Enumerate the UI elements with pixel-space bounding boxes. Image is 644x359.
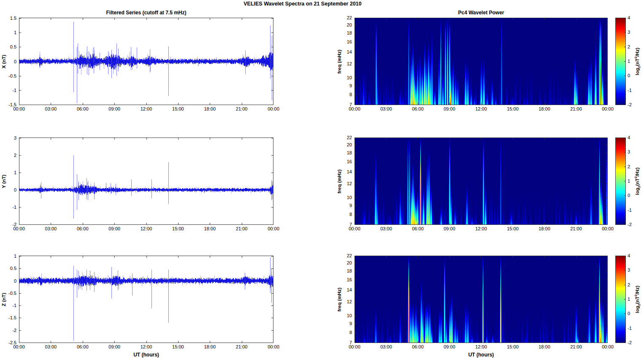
x-tick-label: 18:00	[538, 106, 550, 111]
x-tick-label: 00:00	[13, 226, 25, 231]
x-tick-label: 03:00	[380, 226, 392, 231]
x-tick-label: 00:00	[268, 226, 279, 231]
x-series-x-tick-labels: 00:0003:0006:0009:0012:0015:0018:0021:00…	[19, 106, 273, 112]
y-tick-label: 1	[0, 254, 16, 259]
x-tick-label: 09:00	[108, 106, 120, 111]
x-tick-label: 15:00	[172, 344, 184, 349]
x-tick-label: 06:00	[77, 106, 89, 111]
x-tick-label: 12:00	[141, 106, 152, 111]
colorbar-y-label: log2(nT2/Hz)	[634, 138, 641, 225]
panel-x-filtered-series: Filtered Series (cutoff at 7.5 mHz) X (n…	[19, 18, 273, 105]
y-series-plot-canvas	[19, 138, 273, 225]
freq-tick-label: 18	[335, 268, 352, 273]
y-tick-label: 1.5	[0, 16, 16, 21]
colorbar-tick-label: 2	[628, 282, 630, 287]
x-tick-label: 03:00	[45, 106, 57, 111]
x-series-y-tick-labels: 1.510.50-0.5-1-1.5	[0, 18, 16, 105]
x-tick-label: 18:00	[204, 344, 216, 349]
y-tick-label: 3	[0, 135, 16, 140]
freq-tick-label: 16	[335, 39, 352, 44]
colorbar-z-wavelet: 43210-1-2 log2(nT2/Hz)	[615, 256, 626, 343]
x-tick-label: 12:00	[475, 344, 487, 349]
panel-x-wavelet-power: Pc4 Wavelet Power freq (mHz) 22201816141…	[354, 18, 608, 105]
freq-tick-label: 10	[335, 313, 352, 318]
x-tick-label: 06:00	[412, 226, 424, 231]
x-tick-label: 09:00	[444, 226, 455, 231]
x-tick-label: 21:00	[570, 106, 582, 111]
right-column-title: Pc4 Wavelet Power	[354, 10, 608, 16]
y-tick-label: -0.5	[0, 73, 16, 78]
freq-tick-label: 14	[335, 49, 352, 54]
colorbar-x-wavelet: 43210-1-2 log2(nT2/Hz)	[615, 18, 626, 105]
x-tick-label: 15:00	[172, 106, 184, 111]
freq-tick-label: 9	[335, 83, 352, 88]
x-tick-label: 09:00	[108, 344, 120, 349]
y-tick-label: -1	[0, 88, 16, 93]
colorbar-tick-label: 0	[628, 311, 630, 316]
y-tick-label: 0	[0, 278, 16, 283]
freq-tick-label: 20	[335, 260, 352, 265]
colorbar-tick-label: 4	[628, 253, 630, 258]
freq-tick-label: 8	[335, 212, 352, 217]
freq-tick-label: 10	[335, 75, 352, 80]
y-tick-label: 0.5	[0, 266, 16, 271]
x-tick-label: 15:00	[172, 226, 184, 231]
y-tick-label: 0.5	[0, 44, 16, 49]
freq-tick-label: 12	[335, 181, 352, 186]
colorbar-tick-label: 0	[628, 193, 630, 198]
x-tick-label: 21:00	[570, 226, 582, 231]
x-tick-label: 15:00	[507, 226, 519, 231]
freq-tick-label: 14	[335, 169, 352, 174]
colorbar-tick-label: -2	[628, 102, 632, 107]
z-wavelet-freq-tick-labels: 22201816141210987	[335, 256, 352, 343]
colorbar-tick-label: -1	[628, 326, 632, 331]
y-tick-label: -1	[0, 205, 16, 210]
y-tick-label: 0	[0, 187, 16, 192]
x-tick-label: 06:00	[412, 344, 424, 349]
x-tick-label: 00:00	[349, 344, 360, 349]
x-series-plot-canvas	[19, 18, 273, 105]
freq-tick-label: 9	[335, 321, 352, 326]
x-tick-label: 00:00	[13, 106, 25, 111]
x-tick-label: 09:00	[444, 106, 455, 111]
wavelet-spectra-figure: VELIES Wavelet Spectra on 21 September 2…	[0, 0, 644, 359]
colorbar-y-wavelet: 43210-1-2 log2(nT2/Hz)	[615, 138, 626, 225]
colorbar-z-label: log2(nT2/Hz)	[634, 256, 641, 343]
x-tick-label: 06:00	[412, 106, 424, 111]
x-tick-label: 00:00	[268, 344, 279, 349]
left-ut-hours-label: UT (hours)	[19, 352, 273, 358]
x-tick-label: 03:00	[380, 344, 392, 349]
x-tick-label: 18:00	[204, 106, 216, 111]
freq-tick-label: 16	[335, 159, 352, 164]
x-tick-label: 00:00	[602, 106, 614, 111]
y-wavelet-x-tick-labels: 00:0003:0006:0009:0012:0015:0018:0021:00…	[354, 226, 608, 232]
x-tick-label: 00:00	[349, 106, 360, 111]
colorbar-y-canvas	[615, 138, 626, 225]
colorbar-tick-label: 1	[628, 59, 630, 64]
freq-tick-label: 12	[335, 299, 352, 304]
x-tick-label: 00:00	[268, 106, 279, 111]
colorbar-tick-label: -2	[628, 340, 632, 345]
colorbar-tick-label: 3	[628, 267, 630, 273]
colorbar-x-label: log2(nT2/Hz)	[634, 18, 641, 105]
x-tick-label: 06:00	[77, 344, 89, 349]
y-tick-label: 0	[0, 59, 16, 64]
colorbar-z-canvas	[615, 256, 626, 343]
freq-tick-label: 22	[335, 135, 352, 140]
x-tick-label: 00:00	[602, 226, 614, 231]
freq-tick-label: 20	[335, 142, 352, 147]
left-column-title: Filtered Series (cutoff at 7.5 mHz)	[19, 10, 273, 16]
colorbar-tick-label: 3	[628, 30, 630, 35]
panel-y-filtered-series: Y (nT) 3210-1-2 00:0003:0006:0009:0012:0…	[19, 138, 273, 225]
colorbar-tick-label: 1	[628, 297, 630, 302]
z-wavelet-heatmap-canvas	[354, 256, 608, 343]
freq-tick-label: 12	[335, 61, 352, 66]
x-tick-label: 03:00	[45, 344, 57, 349]
colorbar-tick-label: 4	[628, 135, 630, 140]
colorbar-tick-label: 2	[628, 44, 630, 49]
x-tick-label: 18:00	[538, 226, 550, 231]
y-tick-label: -2	[0, 328, 16, 333]
freq-tick-label: 10	[335, 195, 352, 200]
x-tick-label: 21:00	[236, 344, 248, 349]
freq-tick-label: 22	[335, 253, 352, 258]
